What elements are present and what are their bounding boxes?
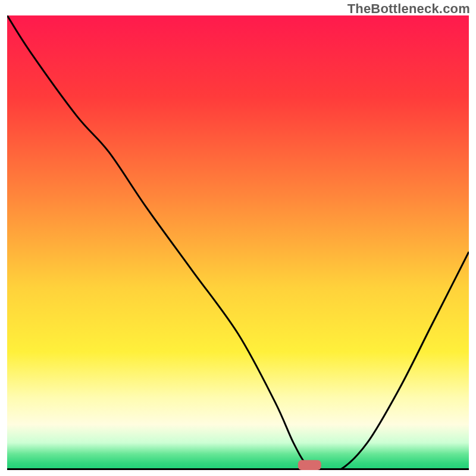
optimum-marker (298, 460, 321, 470)
watermark-text: TheBottleneck.com (347, 1, 470, 17)
chart-gradient-bg (7, 15, 469, 470)
bottleneck-chart (7, 15, 469, 470)
chart-container: TheBottleneck.com (0, 0, 476, 476)
